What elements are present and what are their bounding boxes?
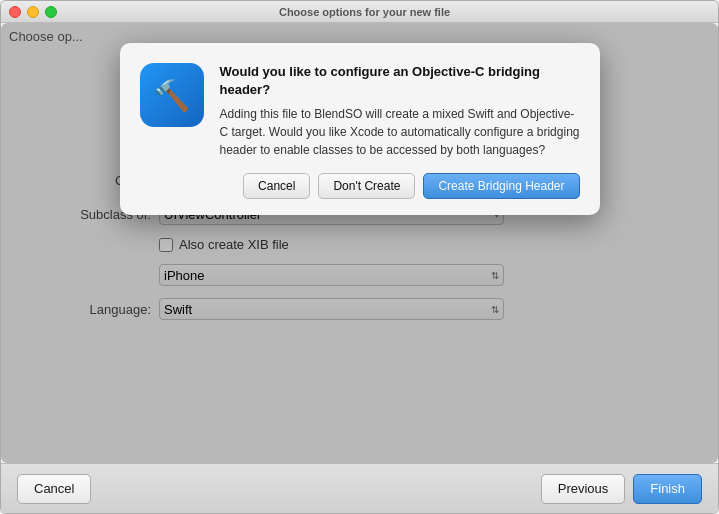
dialog: 🔨 Would you like to configure an Objecti… — [120, 43, 600, 215]
window-title: Choose options for your new file — [63, 6, 666, 18]
minimize-button[interactable] — [27, 6, 39, 18]
finish-button[interactable]: Finish — [633, 474, 702, 504]
dialog-content: 🔨 Would you like to configure an Objecti… — [140, 63, 580, 159]
dialog-buttons: Cancel Don't Create Create Bridging Head… — [140, 173, 580, 199]
dialog-overlay: 🔨 Would you like to configure an Objecti… — [1, 23, 718, 463]
close-button[interactable] — [9, 6, 21, 18]
dialog-dont-create-button[interactable]: Don't Create — [318, 173, 415, 199]
previous-button[interactable]: Previous — [541, 474, 626, 504]
dialog-body: Adding this file to BlendSO will create … — [220, 105, 580, 159]
hammer-icon: 🔨 — [153, 78, 190, 113]
dialog-cancel-button[interactable]: Cancel — [243, 173, 310, 199]
nav-buttons: Previous Finish — [541, 474, 702, 504]
dialog-title: Would you like to configure an Objective… — [220, 63, 580, 99]
dialog-create-button[interactable]: Create Bridging Header — [423, 173, 579, 199]
title-bar: Choose options for your new file — [1, 1, 718, 23]
dialog-text: Would you like to configure an Objective… — [220, 63, 580, 159]
xcode-icon: 🔨 — [140, 63, 204, 127]
bottom-bar: Cancel Previous Finish — [1, 463, 718, 513]
main-window: Choose options for your new file Choose … — [0, 0, 719, 514]
cancel-button[interactable]: Cancel — [17, 474, 91, 504]
content-area: Choose op... Class: Subclass of: UIViewC… — [1, 23, 718, 463]
maximize-button[interactable] — [45, 6, 57, 18]
